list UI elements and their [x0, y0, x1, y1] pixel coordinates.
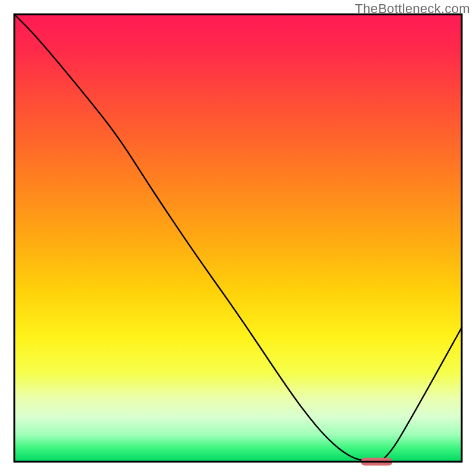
chart-container: TheBottleneck.com	[0, 0, 476, 476]
watermark-text: TheBottleneck.com	[355, 1, 470, 17]
plot-area	[14, 14, 462, 466]
gradient-background	[14, 14, 462, 462]
bottleneck-chart	[0, 0, 476, 476]
